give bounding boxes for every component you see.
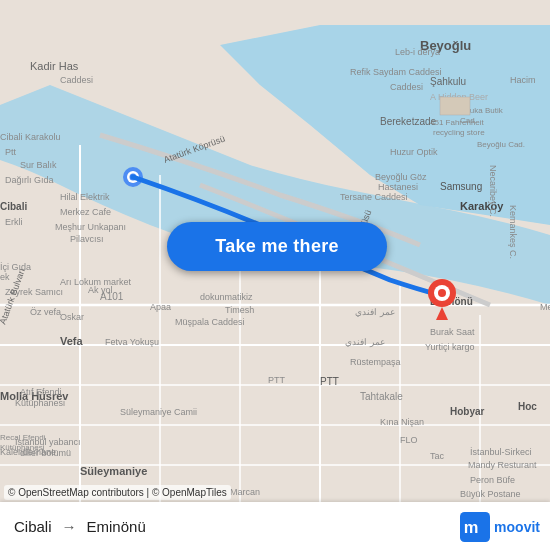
svg-text:Cibali Karakolu: Cibali Karakolu bbox=[0, 132, 61, 142]
svg-text:m: m bbox=[464, 518, 479, 536]
svg-text:Marcan: Marcan bbox=[230, 487, 260, 497]
svg-text:Şahkulu: Şahkulu bbox=[430, 76, 466, 87]
app-container: Kadir Has Caddesi Beyoğlu Refik Saydam C… bbox=[0, 0, 550, 550]
svg-text:Cibali: Cibali bbox=[0, 201, 27, 212]
svg-text:Müşpala Caddesi: Müşpala Caddesi bbox=[175, 317, 245, 327]
map-attribution: © OpenStreetMap contributors | © OpenMap… bbox=[4, 485, 231, 500]
moovit-logo-svg: m bbox=[460, 512, 490, 542]
svg-text:عمر افندي: عمر افندي bbox=[355, 307, 395, 318]
svg-text:Bereketzade: Bereketzade bbox=[380, 116, 437, 127]
svg-text:Vefa: Vefa bbox=[60, 335, 84, 347]
svg-text:PTT: PTT bbox=[320, 376, 339, 387]
svg-text:PTT: PTT bbox=[268, 375, 286, 385]
svg-text:Fetva Yokuşu: Fetva Yokuşu bbox=[105, 337, 159, 347]
svg-text:recycling store: recycling store bbox=[433, 128, 485, 137]
svg-text:FLO: FLO bbox=[400, 435, 418, 445]
svg-text:Caddesi: Caddesi bbox=[390, 82, 423, 92]
svg-text:Ak yol: Ak yol bbox=[88, 285, 113, 295]
svg-text:Rüstempaşa: Rüstempaşa bbox=[350, 357, 401, 367]
svg-text:Büyük Postane: Büyük Postane bbox=[460, 489, 521, 499]
map-container: Kadir Has Caddesi Beyoğlu Refik Saydam C… bbox=[0, 0, 550, 550]
svg-text:Apaa: Apaa bbox=[150, 302, 171, 312]
svg-text:Kemankeş C.: Kemankeş C. bbox=[508, 205, 518, 259]
svg-text:Öz vefa: Öz vefa bbox=[30, 307, 61, 317]
svg-rect-103 bbox=[440, 97, 470, 115]
svg-text:Hacim: Hacim bbox=[510, 75, 536, 85]
svg-text:Dağırlı Gıda: Dağırlı Gıda bbox=[5, 175, 54, 185]
svg-text:Peron Büfe: Peron Büfe bbox=[470, 475, 515, 485]
svg-text:Pilavcısı: Pilavcısı bbox=[70, 234, 104, 244]
svg-text:Hastanesi: Hastanesi bbox=[378, 182, 418, 192]
svg-text:Tahtakale: Tahtakale bbox=[360, 391, 403, 402]
svg-text:Merkez Cafe: Merkez Cafe bbox=[60, 207, 111, 217]
svg-text:Me: Me bbox=[540, 302, 550, 312]
svg-text:dokunmatikiz: dokunmatikiz bbox=[200, 292, 253, 302]
svg-text:Süleymaniye: Süleymaniye bbox=[80, 465, 147, 477]
svg-text:Beyoğlu Cad.: Beyoğlu Cad. bbox=[477, 140, 525, 149]
svg-text:عمر افندي: عمر افندي bbox=[345, 337, 385, 348]
svg-text:Timesh: Timesh bbox=[225, 305, 254, 315]
svg-text:Kadir Has: Kadir Has bbox=[30, 60, 79, 72]
svg-text:Necaribey C.: Necaribey C. bbox=[488, 165, 498, 217]
svg-text:Refik Saydam Caddesi: Refik Saydam Caddesi bbox=[350, 67, 442, 77]
route-origin: Cibali bbox=[14, 518, 52, 535]
svg-text:Sur Balık: Sur Balık bbox=[20, 160, 57, 170]
route-destination: Eminönü bbox=[87, 518, 146, 535]
svg-text:Hilal Elektrik: Hilal Elektrik bbox=[60, 192, 110, 202]
map-svg: Kadir Has Caddesi Beyoğlu Refik Saydam C… bbox=[0, 0, 550, 550]
svg-text:Atıf Efendi: Atıf Efendi bbox=[20, 387, 62, 397]
svg-text:Süleymaniye Camii: Süleymaniye Camii bbox=[120, 407, 197, 417]
svg-text:Mandy Resturant: Mandy Resturant bbox=[468, 460, 537, 470]
svg-text:Leb-i derya: Leb-i derya bbox=[395, 47, 440, 57]
moovit-logo: m moovit bbox=[460, 512, 540, 542]
svg-text:Recal Efendi: Recal Efendi bbox=[0, 433, 46, 442]
svg-text:Cad.: Cad. bbox=[460, 116, 477, 125]
svg-text:Caddesi: Caddesi bbox=[60, 75, 93, 85]
svg-text:Samsung: Samsung bbox=[440, 181, 482, 192]
svg-text:Burak Saat: Burak Saat bbox=[430, 327, 475, 337]
svg-text:Kütüphanesi: Kütüphanesi bbox=[15, 398, 65, 408]
svg-text:Erkli: Erkli bbox=[5, 217, 23, 227]
svg-text:Hoc: Hoc bbox=[518, 401, 537, 412]
bottom-bar: Cibali → Eminönü m moovit bbox=[0, 502, 550, 550]
moovit-brand-text: moovit bbox=[494, 519, 540, 535]
svg-text:Meşhur Unkapanı: Meşhur Unkapanı bbox=[55, 222, 126, 232]
svg-text:İstanbul-Sirkeci: İstanbul-Sirkeci bbox=[470, 447, 532, 457]
svg-text:Beyoğlu Göz: Beyoğlu Göz bbox=[375, 172, 427, 182]
svg-text:Huzur Optik: Huzur Optik bbox=[390, 147, 438, 157]
svg-text:Tac: Tac bbox=[430, 451, 445, 461]
svg-text:Hobyar: Hobyar bbox=[450, 406, 485, 417]
svg-text:Ptt: Ptt bbox=[5, 147, 17, 157]
take-me-there-button[interactable]: Take me there bbox=[167, 222, 387, 271]
svg-text:Kına Nişan: Kına Nişan bbox=[380, 417, 424, 427]
svg-text:Yurtiçi kargo: Yurtiçi kargo bbox=[425, 342, 475, 352]
svg-text:ek: ek bbox=[0, 272, 10, 282]
svg-text:Oskar: Oskar bbox=[60, 312, 84, 322]
svg-text:Tersane Caddesi: Tersane Caddesi bbox=[340, 192, 408, 202]
route-arrow-icon: → bbox=[62, 518, 77, 535]
svg-text:Kütüphanesi: Kütüphanesi bbox=[0, 443, 45, 452]
svg-point-101 bbox=[438, 289, 446, 297]
